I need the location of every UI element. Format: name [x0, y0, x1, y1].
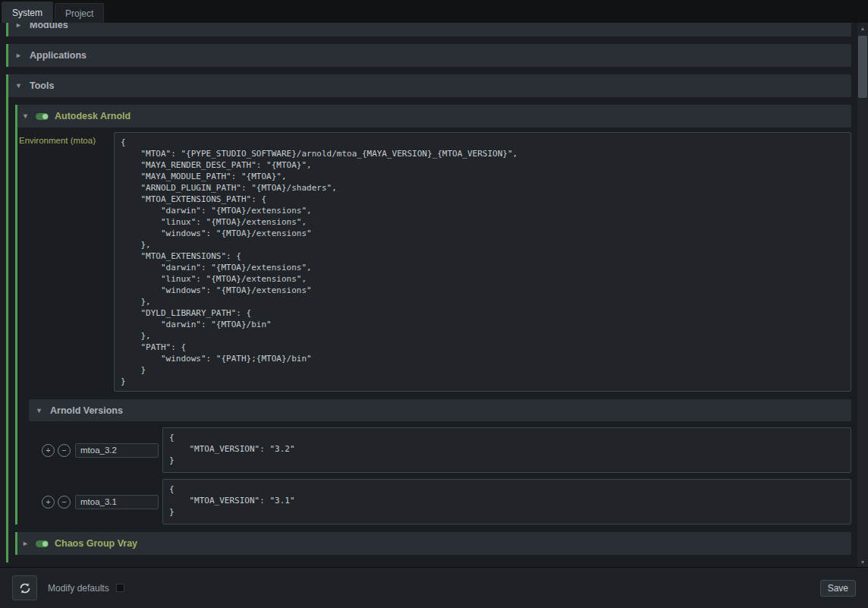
group-chaos-group-vray: ► Chaos Group Vray	[15, 532, 851, 555]
remove-version-button[interactable]: −	[58, 444, 71, 457]
version-row: + − { "MTOA_VERSION": "3.2" }	[29, 427, 851, 473]
section-header-applications[interactable]: ► Applications	[8, 44, 851, 67]
section-tools: ▼ Tools ▼ Autodesk Arnold Environment (m…	[6, 74, 851, 562]
vertical-scrollbar[interactable]: ▲ ▼	[857, 23, 868, 567]
version-name-input[interactable]	[75, 495, 159, 509]
section-applications: ► Applications	[6, 44, 851, 67]
modify-defaults-label: Modify defaults	[48, 583, 109, 594]
toggle-on-icon[interactable]	[36, 540, 49, 547]
chevron-down-icon: ▼	[15, 82, 23, 90]
version-row: + − { "MTOA_VERSION": "3.1" }	[29, 479, 851, 525]
save-button[interactable]: Save	[820, 580, 856, 597]
chevron-right-icon: ►	[15, 52, 23, 59]
version-value-editor[interactable]: { "MTOA_VERSION": "3.2" }	[162, 427, 851, 473]
add-version-button[interactable]: +	[42, 496, 55, 509]
tab-project[interactable]: Project	[55, 3, 104, 23]
version-value-editor[interactable]: { "MTOA_VERSION": "3.1" }	[162, 479, 851, 525]
remove-version-button[interactable]: −	[58, 496, 71, 509]
chevron-down-icon: ▼	[36, 407, 43, 414]
group-header-chaos-group-vray[interactable]: ► Chaos Group Vray	[17, 532, 851, 555]
arnold-versions-header[interactable]: ▼ Arnold Versions	[29, 399, 851, 421]
chevron-right-icon: ►	[15, 23, 23, 29]
group-title-chaos-group-vray: Chaos Group Vray	[55, 538, 137, 549]
footer-bar: Modify defaults Save	[0, 567, 868, 608]
refresh-button[interactable]	[12, 575, 37, 600]
add-version-button[interactable]: +	[42, 444, 55, 457]
chevron-right-icon: ►	[22, 540, 30, 547]
group-title-autodesk-arnold: Autodesk Arnold	[55, 111, 131, 121]
modify-defaults-checkbox[interactable]	[116, 584, 124, 592]
version-name-input[interactable]	[75, 443, 159, 458]
section-title-tools: Tools	[30, 80, 54, 91]
scroll-up-icon[interactable]: ▲	[857, 23, 868, 33]
section-title-modules: Modules	[30, 23, 68, 30]
environment-row: Environment (mtoa) { "MTOA": "{PYPE_STUD…	[17, 132, 851, 392]
tools-section-body: ▼ Autodesk Arnold Environment (mtoa) { "…	[8, 105, 851, 562]
settings-scroll-area: ► Modules ► Applications ▼ Tools ▼ Autod…	[0, 23, 868, 567]
refresh-icon	[18, 581, 32, 595]
section-title-applications: Applications	[30, 50, 86, 61]
group-header-autodesk-arnold[interactable]: ▼ Autodesk Arnold	[17, 105, 851, 128]
arnold-versions-title: Arnold Versions	[50, 405, 123, 416]
toggle-on-icon[interactable]	[36, 113, 49, 120]
tab-system[interactable]: System	[2, 2, 53, 23]
section-modules: ► Modules	[6, 23, 851, 36]
group-autodesk-arnold: ▼ Autodesk Arnold Environment (mtoa) { "…	[15, 105, 851, 525]
environment-mtoa-editor[interactable]: { "MTOA": "{PYPE_STUDIO_SOFTWARE}/arnold…	[114, 132, 851, 392]
environment-mtoa-label: Environment (mtoa)	[19, 132, 114, 145]
section-header-tools[interactable]: ▼ Tools	[8, 74, 851, 97]
tab-bar: System Project	[0, 0, 868, 23]
scroll-down-icon[interactable]: ▼	[857, 556, 868, 567]
chevron-down-icon: ▼	[22, 112, 30, 120]
scrollbar-thumb[interactable]	[858, 36, 867, 98]
section-header-modules[interactable]: ► Modules	[8, 23, 851, 36]
